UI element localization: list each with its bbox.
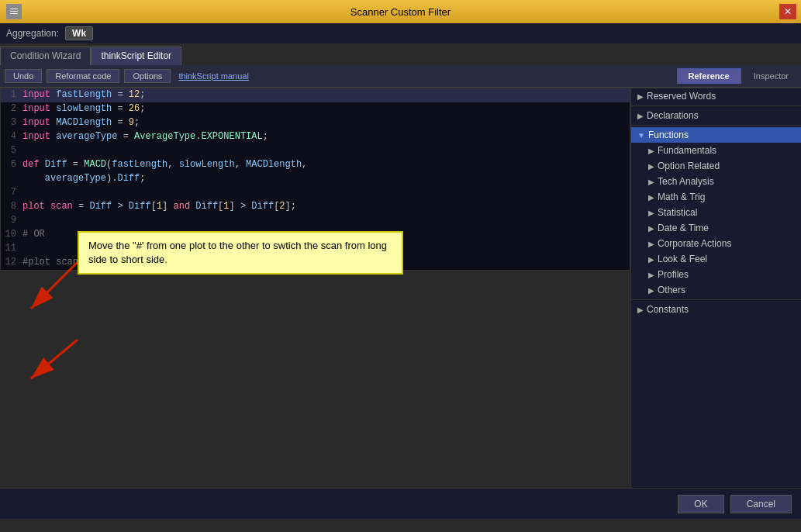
arrow-icon: ▼ — [637, 131, 645, 140]
divider — [631, 105, 801, 106]
window-title: Scanner Custom Filter — [350, 6, 451, 18]
code-line-8: 8 plot scan = Diff > Diff[1] and Diff[1]… — [1, 200, 630, 214]
arrow-icon: ▶ — [648, 240, 654, 248]
ref-fundamentals[interactable]: ▶ Fundamentals — [631, 143, 801, 158]
arrow-icon: ▶ — [637, 92, 644, 101]
code-line-5: 5 — [1, 144, 630, 158]
app-icon — [6, 4, 22, 19]
cancel-button[interactable]: Cancel — [730, 495, 792, 513]
arrow-icon: ▶ — [648, 162, 654, 171]
aggregation-bar: Aggregation: Wk — [0, 23, 801, 43]
tab-condition-wizard[interactable]: Condition Wizard — [0, 47, 91, 65]
code-line-2: 2 input slowLength = 26; — [1, 102, 630, 116]
ref-math-trig[interactable]: ▶ Math & Trig — [631, 189, 801, 205]
arrow-icon: ▶ — [648, 224, 654, 233]
code-tooltip: Move the "#' from one plot to the other … — [78, 231, 403, 275]
code-line-9: 9 — [1, 214, 630, 228]
ref-others[interactable]: ▶ Others — [631, 282, 801, 298]
ref-functions[interactable]: ▼ Functions — [631, 127, 801, 143]
arrow-icon: ▶ — [648, 271, 654, 279]
ref-tech-analysis[interactable]: ▶ Tech Analysis — [631, 174, 801, 189]
ref-reserved-words[interactable]: ▶ Reserved Words — [631, 88, 801, 104]
divider — [631, 125, 801, 126]
options-button[interactable]: Options — [124, 69, 171, 83]
divider — [631, 299, 801, 300]
svg-line-5 — [31, 340, 78, 378]
reformat-button[interactable]: Reformat code — [47, 69, 119, 83]
ref-profiles[interactable]: ▶ Profiles — [631, 267, 801, 282]
arrow-icon: ▶ — [648, 286, 654, 295]
ref-statistical[interactable]: ▶ Statistical — [631, 205, 801, 220]
ok-button[interactable]: OK — [678, 495, 723, 513]
title-bar: Scanner Custom Filter ✕ — [0, 0, 801, 23]
manual-link[interactable]: thinkScript manual — [178, 71, 249, 81]
ref-corporate-actions[interactable]: ▶ Corporate Actions — [631, 236, 801, 251]
reference-button[interactable]: Reference — [677, 68, 741, 84]
arrow-icon: ▶ — [637, 306, 644, 314]
aggregation-label: Aggregation: — [6, 28, 59, 39]
code-line-7: 7 — [1, 186, 630, 200]
aggregation-value[interactable]: Wk — [65, 26, 93, 40]
arrow-icon: ▶ — [637, 112, 644, 120]
code-line-4: 4 input averageType = AverageType.EXPONE… — [1, 130, 630, 144]
inspector-button[interactable]: Inspector — [746, 69, 796, 83]
close-button[interactable]: ✕ — [779, 4, 796, 19]
code-line-1: 1 input fastLength = 12; — [1, 88, 630, 102]
ref-date-time[interactable]: ▶ Date & Time — [631, 220, 801, 236]
tabs-container: Condition Wizard thinkScript Editor — [0, 47, 801, 65]
ref-constants[interactable]: ▶ Constants — [631, 302, 801, 317]
svg-rect-2 — [10, 11, 18, 12]
ref-option-related[interactable]: ▶ Option Related — [631, 158, 801, 174]
editor-wrapper: 1 input fastLength = 12; 2 input slowLen… — [0, 88, 630, 488]
reference-panel: ▶ Reserved Words ▶ Declarations ▼ Functi… — [630, 88, 801, 488]
arrow-icon: ▶ — [648, 209, 654, 217]
arrow-icon: ▶ — [648, 147, 654, 155]
ref-look-feel[interactable]: ▶ Look & Feel — [631, 251, 801, 267]
arrow-icon: ▶ — [648, 255, 654, 264]
undo-button[interactable]: Undo — [5, 69, 42, 83]
svg-rect-3 — [10, 13, 18, 14]
code-line-6b: averageType).Diff; — [1, 172, 630, 186]
arrow-icon: ▶ — [648, 193, 654, 202]
content-area: 1 input fastLength = 12; 2 input slowLen… — [0, 88, 801, 488]
arrow-icon: ▶ — [648, 178, 654, 186]
svg-rect-1 — [10, 9, 18, 9]
code-line-3: 3 input MACDlength = 9; — [1, 116, 630, 130]
code-line-6: 6 def Diff = MACD(fastLength, slowLength… — [1, 158, 630, 172]
ref-declarations[interactable]: ▶ Declarations — [631, 108, 801, 123]
toolbar: Undo Reformat code Options thinkScript m… — [0, 65, 801, 88]
tab-thinkscript-editor[interactable]: thinkScript Editor — [91, 47, 181, 65]
bottom-bar: OK Cancel — [0, 488, 801, 519]
